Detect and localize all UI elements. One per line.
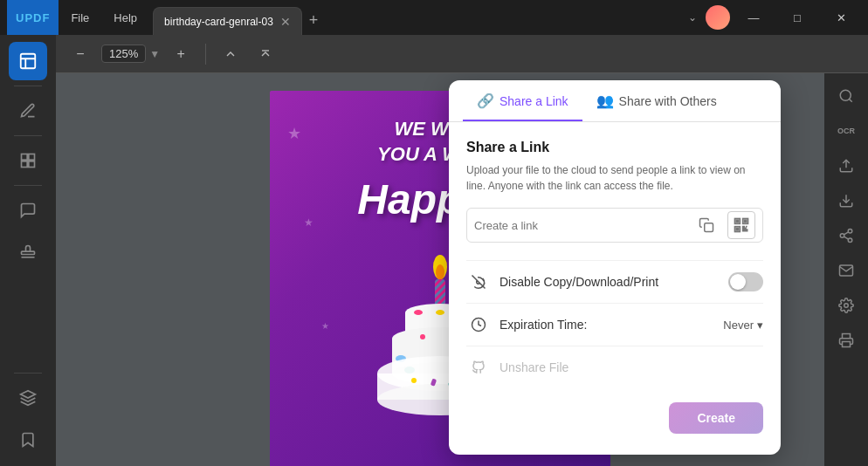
zoom-toolbar: − 125% ▼ + bbox=[56, 35, 868, 73]
gear-button[interactable] bbox=[830, 290, 862, 321]
sidebar-item-bookmark[interactable] bbox=[9, 421, 47, 459]
expiration-dropdown[interactable]: Never ▾ bbox=[723, 319, 763, 332]
menu-file[interactable]: File bbox=[59, 0, 101, 35]
svg-rect-42 bbox=[736, 228, 739, 230]
sidebar-item-layers[interactable] bbox=[9, 379, 47, 417]
unshare-label: Unshare File bbox=[499, 360, 568, 374]
mail-button[interactable] bbox=[830, 255, 862, 286]
create-button[interactable]: Create bbox=[669, 402, 763, 434]
scroll-up-button[interactable] bbox=[217, 40, 245, 68]
zoom-in-button[interactable]: + bbox=[167, 40, 195, 68]
svg-rect-40 bbox=[744, 220, 747, 223]
link-input-row bbox=[466, 208, 763, 243]
tab-share-others[interactable]: 👥 Share with Others bbox=[582, 80, 731, 121]
svg-line-51 bbox=[844, 236, 848, 239]
share-button[interactable] bbox=[830, 220, 862, 251]
sidebar-item-document[interactable] bbox=[9, 42, 47, 80]
scroll-top-button[interactable] bbox=[251, 40, 279, 68]
export-button[interactable] bbox=[830, 150, 862, 182]
tab-share-others-label: Share with Others bbox=[619, 94, 717, 108]
link-icon: 🔗 bbox=[477, 93, 494, 109]
qr-code-button[interactable] bbox=[727, 211, 755, 239]
new-tab-button[interactable]: + bbox=[302, 11, 326, 30]
link-input-field[interactable] bbox=[474, 219, 685, 232]
expiration-icon bbox=[466, 312, 491, 337]
svg-rect-2 bbox=[29, 154, 35, 161]
sidebar-bottom bbox=[9, 371, 47, 459]
svg-rect-36 bbox=[705, 223, 713, 232]
share-tabs: 🔗 Share a Link 👥 Share with Others bbox=[449, 80, 781, 122]
close-button[interactable]: ✕ bbox=[821, 3, 861, 31]
sidebar-divider-3 bbox=[14, 185, 42, 186]
sidebar-item-edit[interactable] bbox=[9, 92, 47, 130]
right-sidebar: OCR bbox=[824, 73, 868, 466]
minimize-button[interactable]: — bbox=[734, 3, 774, 31]
share-link-desc: Upload your file to the cloud to send pe… bbox=[466, 162, 763, 194]
main-layout: − 125% ▼ + ★ ★ bbox=[0, 35, 868, 466]
tab-close-button[interactable]: ✕ bbox=[280, 15, 291, 29]
expiration-row: Expiration Time: Never ▾ bbox=[466, 303, 763, 346]
window-controls: ⌄ — □ ✕ bbox=[683, 3, 861, 31]
svg-rect-4 bbox=[29, 161, 35, 168]
zoom-level[interactable]: 125% bbox=[101, 45, 146, 63]
zoom-out-button[interactable]: − bbox=[66, 40, 94, 68]
sidebar-item-stamp[interactable] bbox=[9, 233, 47, 271]
center-layout: ★ ★ ★ ★ ★ ★ ★ WE WISHI YOU A WOND Happy … bbox=[56, 73, 868, 466]
svg-point-32 bbox=[411, 378, 417, 383]
tab-share-link[interactable]: 🔗 Share a Link bbox=[463, 80, 582, 121]
expiration-label: Expiration Time: bbox=[499, 318, 723, 332]
maximize-button[interactable]: □ bbox=[777, 3, 817, 31]
disable-copy-label: Disable Copy/Download/Print bbox=[499, 275, 728, 289]
tab-dropdown[interactable]: ⌄ bbox=[683, 11, 702, 24]
sidebar-divider-2 bbox=[14, 135, 42, 136]
zoom-dropdown-arrow[interactable]: ▼ bbox=[149, 48, 160, 60]
search-button[interactable] bbox=[830, 80, 862, 112]
toolbar-divider bbox=[205, 44, 206, 65]
tab-label: birthday-card-genral-03 bbox=[164, 16, 273, 28]
menu-help[interactable]: Help bbox=[101, 0, 149, 35]
svg-point-44 bbox=[840, 90, 851, 100]
sidebar-divider bbox=[14, 86, 42, 86]
disable-copy-toggle[interactable] bbox=[728, 272, 763, 291]
print-button[interactable] bbox=[830, 325, 862, 356]
toggle-thumb bbox=[730, 274, 746, 290]
svg-point-48 bbox=[848, 230, 852, 234]
tab-area: birthday-card-genral-03 ✕ + bbox=[153, 0, 683, 35]
ocr-button[interactable]: OCR bbox=[830, 115, 862, 147]
sidebar-item-comment[interactable] bbox=[9, 191, 47, 230]
unshare-row: Unshare File bbox=[466, 346, 763, 388]
share-body: Share a Link Upload your file to the clo… bbox=[449, 122, 781, 455]
disable-copy-row: Disable Copy/Download/Print bbox=[466, 260, 763, 303]
zoom-display: 125% ▼ bbox=[101, 45, 160, 63]
share-link-title: Share a Link bbox=[466, 140, 763, 155]
svg-rect-38 bbox=[736, 220, 739, 223]
import-button[interactable] bbox=[830, 185, 862, 216]
tab-share-link-label: Share a Link bbox=[499, 94, 568, 108]
svg-rect-5 bbox=[22, 251, 35, 254]
sidebar-divider-4 bbox=[14, 373, 42, 373]
sidebar-item-organize[interactable] bbox=[9, 141, 47, 180]
menu-bar: File Help bbox=[59, 0, 149, 35]
title-bar: UPDF File Help birthday-card-genral-03 ✕… bbox=[0, 0, 868, 35]
expiration-value: Never bbox=[723, 319, 754, 332]
svg-point-50 bbox=[848, 238, 852, 243]
svg-rect-3 bbox=[22, 161, 28, 168]
unshare-icon bbox=[466, 355, 491, 380]
svg-point-19 bbox=[436, 310, 444, 315]
svg-marker-7 bbox=[21, 391, 36, 398]
left-sidebar bbox=[0, 35, 56, 466]
svg-point-30 bbox=[420, 334, 425, 339]
disable-copy-icon bbox=[466, 270, 491, 294]
copy-link-button[interactable] bbox=[692, 211, 720, 239]
svg-line-52 bbox=[844, 232, 848, 235]
svg-point-10 bbox=[436, 264, 444, 280]
chevron-down-icon: ▾ bbox=[757, 319, 763, 332]
svg-point-49 bbox=[840, 234, 844, 238]
svg-line-45 bbox=[849, 99, 851, 101]
share-others-icon: 👥 bbox=[596, 93, 614, 109]
svg-rect-0 bbox=[21, 54, 36, 69]
user-avatar[interactable] bbox=[706, 5, 730, 30]
active-tab[interactable]: birthday-card-genral-03 ✕ bbox=[153, 7, 302, 35]
svg-rect-54 bbox=[843, 342, 851, 347]
app-logo: UPDF bbox=[7, 0, 59, 35]
